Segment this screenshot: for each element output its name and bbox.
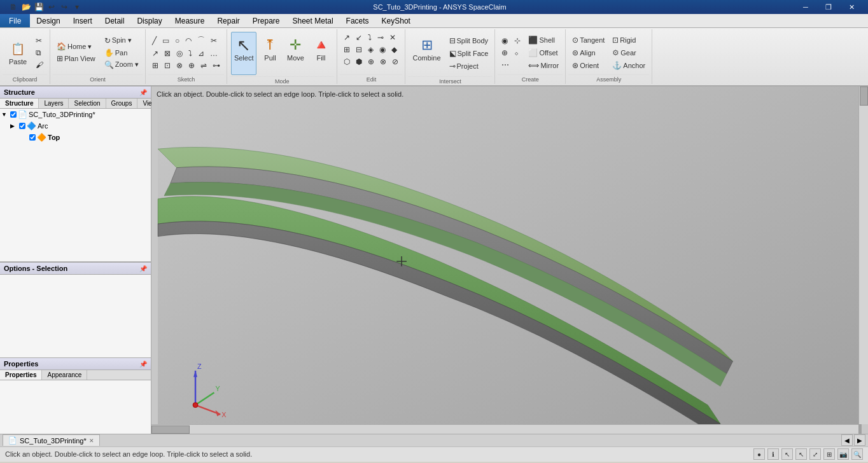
menu-detail[interactable]: Detail [99,14,131,27]
menu-file[interactable]: File [0,14,30,27]
orient-sphere-button[interactable]: ◉ [499,35,510,46]
edit-t2-2[interactable]: ⊟ [353,44,365,55]
edit-t2-3[interactable]: ◈ [365,44,376,55]
combine-button[interactable]: ⊞ Combine [409,32,444,75]
cut-button[interactable]: ✂ [33,35,46,46]
sketch-fillet-button[interactable]: ⌒ [195,34,207,47]
expand-arc[interactable]: ▶ [10,123,18,129]
sketch-rect-button[interactable]: ▭ [160,34,172,47]
edit-t3-2[interactable]: ⬢ [353,56,365,67]
cursor-arrow-icon[interactable]: ↖ [781,448,793,460]
mirror-button[interactable]: ⟺ Mirror [526,60,561,71]
nav-left-icon[interactable]: ◀ [841,434,853,446]
rigid-button[interactable]: ⊡ Rigid [610,34,648,46]
menu-facets[interactable]: Facets [340,14,375,27]
menu-sheet-metal[interactable]: Sheet Metal [286,14,340,27]
create-axis2-button[interactable]: ⊕ [499,47,510,59]
sketch-t2-1[interactable]: ↗ [150,48,161,59]
edit-t3-3[interactable]: ⊕ [365,56,377,67]
home-button[interactable]: 🏠 Home ▾ [54,41,98,52]
pan-button[interactable]: ✋ Pan [102,47,141,59]
3d-scene[interactable]: Z X Y [151,86,868,434]
menu-prepare[interactable]: Prepare [246,14,286,27]
orient-asm-button[interactable]: ⊛ Orient [570,60,607,71]
select-button[interactable]: ↖ Select [231,32,257,75]
status-icon-2[interactable]: ℹ [767,448,779,460]
gear-button[interactable]: ⚙ Gear [610,47,648,59]
fill-button[interactable]: 🔺 Fill [309,32,333,75]
format-paint-button[interactable]: 🖌 [33,59,46,71]
maximize-button[interactable]: ❒ [817,0,840,14]
sketch-t3-6[interactable]: ⊶ [210,60,223,71]
edit-t1-3[interactable]: ⤵ [365,32,374,43]
menu-display[interactable]: Display [130,14,168,27]
tree-item-top[interactable]: 🔶 Top [0,132,151,143]
edit-t1-2[interactable]: ↙ [353,32,365,43]
edit-t1-5[interactable]: ✕ [387,32,398,43]
minimize-button[interactable]: ─ [794,0,817,14]
search-icon[interactable]: 🔍 [851,448,863,460]
edit-t1-1[interactable]: ↗ [341,32,353,43]
sketch-circle-button[interactable]: ○ [172,34,182,47]
status-icon-1[interactable]: ● [753,448,765,460]
horizontal-scrollbar[interactable] [151,424,858,434]
shell-button[interactable]: ⬛ Shell [526,34,561,46]
orient-axis-button[interactable]: ⊹ [512,35,523,46]
open-button[interactable]: 📂 [20,1,32,13]
redo-button[interactable]: ↪ [59,1,70,13]
sketch-trim-button[interactable]: ✂ [208,34,220,47]
tab-properties[interactable]: Properties [0,370,42,380]
expand-icon[interactable]: ⤢ [809,448,821,460]
sketch-t3-3[interactable]: ⊗ [174,60,185,71]
undo-button[interactable]: ↩ [46,1,57,13]
offset-button[interactable]: ⬜ Offset [526,47,561,59]
sketch-t3-2[interactable]: ⊡ [162,60,173,71]
pull-button[interactable]: ⤒ Pull [258,32,282,75]
tangent-button[interactable]: ⊙ Tangent [570,34,607,46]
sketch-t3-1[interactable]: ⊞ [150,60,161,71]
menu-design[interactable]: Design [30,14,66,27]
close-button[interactable]: ✕ [840,0,863,14]
menu-measure[interactable]: Measure [169,14,211,27]
camera-icon[interactable]: 📷 [837,448,849,460]
anchor-button[interactable]: ⚓ Anchor [610,60,648,71]
tab-structure[interactable]: Structure [0,99,39,108]
nav-right-icon[interactable]: ▶ [854,434,865,446]
move-button[interactable]: ✛ Move [283,32,307,75]
sketch-t2-3[interactable]: ◎ [174,48,185,59]
create-more-button[interactable]: ⋯ [499,59,512,71]
menu-keyshot[interactable]: KeyShot [375,14,417,27]
split-body-button[interactable]: ⊟ Split Body [447,35,491,46]
split-face-button[interactable]: ⬕ Split Face [447,48,491,59]
checkbox-arc[interactable] [19,123,25,129]
tab-selection[interactable]: Selection [69,99,106,108]
edit-t3-5[interactable]: ⊘ [389,56,401,67]
sketch-t2-4[interactable]: ⤵ [186,48,195,59]
tree-item-root[interactable]: ▼ 📄 SC_Tuto_3DPrinting* [0,109,151,120]
sketch-line-button[interactable]: ╱ [150,34,159,47]
expand-root[interactable]: ▼ [1,111,9,118]
sketch-t3-5[interactable]: ⇌ [198,60,209,71]
checkbox-root[interactable] [10,111,17,118]
sketch-arc-button[interactable]: ◠ [183,34,194,47]
doc-tab-main[interactable]: 📄 SC_Tuto_3DPrinting* ✕ [3,434,100,446]
undo-dropdown[interactable]: ▾ [71,1,83,13]
vertical-scrollbar[interactable] [858,86,868,424]
copy-button[interactable]: ⧉ [33,47,46,59]
tab-groups[interactable]: Groups [106,99,138,108]
sketch-t2-2[interactable]: ⊠ [162,48,173,59]
edit-t3-1[interactable]: ⬡ [341,56,353,67]
paste-button[interactable]: 📋 Paste [4,34,32,72]
tab-layers[interactable]: Layers [39,99,69,108]
sketch-t2-5[interactable]: ⊿ [195,48,207,59]
create-plane-button[interactable]: ⬦ [512,47,521,59]
zoom-button[interactable]: 🔍 Zoom ▾ [102,59,141,71]
select-mode-icon[interactable]: ↖ [795,448,807,460]
tab-appearance[interactable]: Appearance [42,370,87,380]
save-button[interactable]: 💾 [33,1,45,13]
sketch-t2-6[interactable]: … [207,48,220,59]
edit-t2-5[interactable]: ◆ [389,44,400,55]
menu-repair[interactable]: Repair [211,14,246,27]
edit-t3-4[interactable]: ⊗ [377,56,389,67]
project-button[interactable]: ⊸ Project [447,60,491,72]
